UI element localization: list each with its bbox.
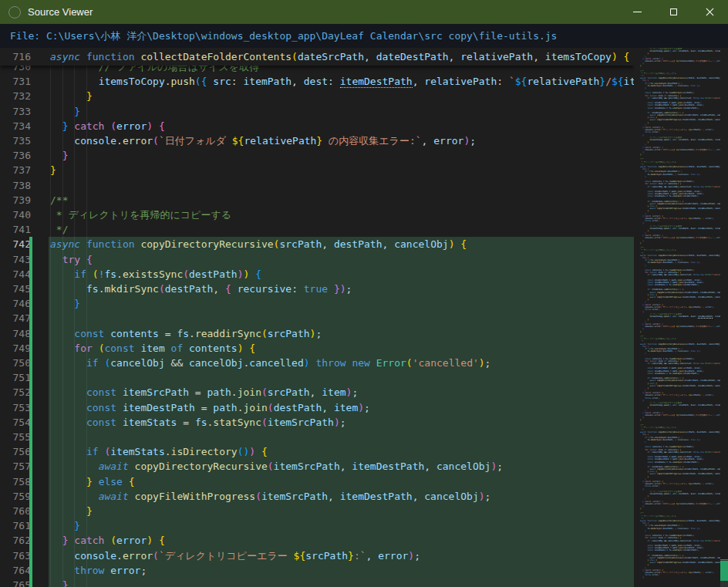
line-number[interactable]: 739 xyxy=(0,193,31,207)
code-line[interactable]: 748 const contents = fs.readdirSync(srcP… xyxy=(0,326,634,341)
line-number[interactable]: 759 xyxy=(0,489,31,504)
code-line[interactable]: 765 } xyxy=(0,578,634,587)
vertical-scrollbar[interactable] xyxy=(720,48,728,587)
line-number[interactable]: 732 xyxy=(0,89,31,103)
line-number[interactable]: 734 xyxy=(0,119,31,133)
file-path-text: File: C:\Users\小林 洋介\Desktop\windows_des… xyxy=(10,29,557,43)
code-line[interactable]: 759 await copyFileWithProgress(itemSrcPa… xyxy=(0,489,634,504)
code-line[interactable]: 745 fs.mkdirSync(destPath, { recursive: … xyxy=(0,282,634,296)
maximize-button[interactable] xyxy=(656,0,692,24)
file-path-bar: File: C:\Users\小林 洋介\Desktop\windows_des… xyxy=(0,24,728,48)
line-number[interactable]: 754 xyxy=(0,415,31,430)
line-number[interactable]: 733 xyxy=(0,104,31,119)
line-number[interactable]: 760 xyxy=(0,504,31,518)
line-number[interactable]: 747 xyxy=(0,311,31,326)
code-text: } xyxy=(50,504,93,518)
code-line[interactable]: 762 } catch (error) { xyxy=(0,533,634,548)
line-number[interactable]: 740 xyxy=(0,207,31,222)
line-number[interactable]: 762 xyxy=(0,533,31,548)
line-number[interactable]: 741 xyxy=(0,222,31,237)
code-text: async function copyDirectoryRecursive(sr… xyxy=(50,237,467,251)
line-number[interactable]: 761 xyxy=(0,518,31,533)
code-line[interactable]: 740 * ディレクトリを再帰的にコピーする xyxy=(0,207,634,222)
code-line[interactable]: 734 } catch (error) { xyxy=(0,119,634,133)
line-number[interactable]: 757 xyxy=(0,459,31,474)
code-line[interactable]: 756 if (itemStats.isDirectory()) { xyxy=(0,444,634,459)
code-line[interactable]: 735 console.error(`日付フォルダ ${relativePath… xyxy=(0,133,634,148)
minimize-icon xyxy=(633,12,642,12)
code-text: } else { xyxy=(50,474,135,489)
line-number[interactable]: 764 xyxy=(0,563,31,578)
window-title: Source Viewer xyxy=(28,6,93,18)
code-text: } xyxy=(50,518,80,533)
code-line[interactable]: 732 } xyxy=(0,89,634,103)
code-text: } xyxy=(50,578,68,587)
line-number[interactable]: 749 xyxy=(0,341,31,356)
code-line[interactable]: 739/** xyxy=(0,193,634,207)
code-line[interactable]: 746 } xyxy=(0,296,634,311)
line-number[interactable]: 744 xyxy=(0,267,31,282)
code-line[interactable]: 749 for (const item of contents) { xyxy=(0,341,634,356)
code-line[interactable]: 760 } xyxy=(0,504,634,518)
code-line[interactable]: 755 xyxy=(0,430,634,444)
code-line[interactable]: 763 console.error(`ディレクトリコピーエラー ${srcPat… xyxy=(0,548,634,563)
line-number[interactable]: 753 xyxy=(0,400,31,415)
code-line[interactable]: 744 if (!fs.existsSync(destPath)) { xyxy=(0,267,634,282)
line-number[interactable]: 746 xyxy=(0,296,31,311)
code-line[interactable]: 752 const itemSrcPath = path.join(srcPat… xyxy=(0,385,634,400)
minimap[interactable]: // ファイルの場合はサイズを取得 itemsToCopy.push({ src… xyxy=(634,48,720,587)
code-text: fs.mkdirSync(destPath, { recursive: true… xyxy=(50,282,352,296)
code-text: const itemStats = fs.statSync(itemSrcPat… xyxy=(50,415,346,430)
code-line[interactable]: 733 } xyxy=(0,104,634,119)
line-number[interactable]: 737 xyxy=(0,163,31,177)
code-line[interactable]: 764 throw error; xyxy=(0,563,634,578)
minimize-button[interactable] xyxy=(619,0,656,24)
line-number[interactable]: 748 xyxy=(0,326,31,341)
code-line[interactable]: 741 */ xyxy=(0,222,634,237)
line-number[interactable]: 758 xyxy=(0,474,31,489)
code-text: if (itemStats.isDirectory()) { xyxy=(50,444,268,459)
code-line[interactable]: 742async function copyDirectoryRecursive… xyxy=(0,237,634,251)
line-number[interactable]: 736 xyxy=(0,148,31,163)
line-number[interactable]: 742 xyxy=(0,237,31,251)
code-line[interactable]: 753 const itemDestPath = path.join(destP… xyxy=(0,400,634,415)
line-number[interactable]: 750 xyxy=(0,356,31,370)
code-text: const itemDestPath = path.join(destPath,… xyxy=(50,400,370,415)
code-editor[interactable]: 730 // ファイルの場合はサイズを取得731 itemsToCopy.pus… xyxy=(0,48,728,587)
code-region[interactable]: 730 // ファイルの場合はサイズを取得731 itemsToCopy.pus… xyxy=(0,48,634,587)
line-number[interactable]: 738 xyxy=(0,178,31,193)
code-text: console.error(`日付フォルダ ${relativePath} の内… xyxy=(50,133,476,148)
line-number[interactable]: 763 xyxy=(0,548,31,563)
code-line[interactable]: 750 if (cancelObj && cancelObj.cancelled… xyxy=(0,356,634,370)
code-text: if (!fs.existsSync(destPath)) { xyxy=(50,267,261,282)
code-line[interactable]: 761 } xyxy=(0,518,634,533)
code-line[interactable]: 747 xyxy=(0,311,634,326)
code-line[interactable]: 758 } else { xyxy=(0,474,634,489)
sticky-line-number[interactable]: 716 xyxy=(0,48,31,66)
code-text: try { xyxy=(50,252,93,267)
line-number[interactable]: 756 xyxy=(0,444,31,459)
gutter-highlight-bar xyxy=(29,237,32,587)
line-number[interactable]: 745 xyxy=(0,282,31,296)
line-number[interactable]: 731 xyxy=(0,74,31,89)
line-number[interactable]: 755 xyxy=(0,430,31,444)
line-number[interactable]: 743 xyxy=(0,252,31,267)
close-button[interactable] xyxy=(692,0,728,24)
line-number[interactable]: 751 xyxy=(0,370,31,385)
code-text: await copyFileWithProgress(itemSrcPath, … xyxy=(50,489,490,504)
code-line[interactable]: 757 await copyDirectoryRecursive(itemSrc… xyxy=(0,459,634,474)
line-number[interactable]: 752 xyxy=(0,385,31,400)
close-icon xyxy=(706,8,714,16)
code-line[interactable]: 731 itemsToCopy.push({ src: itemPath, de… xyxy=(0,74,634,89)
code-line[interactable]: 736 } xyxy=(0,148,634,163)
code-line[interactable]: 743 try { xyxy=(0,252,634,267)
sticky-scroll-header[interactable]: 716async function collectDateFolderConte… xyxy=(0,48,634,66)
line-number[interactable]: 735 xyxy=(0,133,31,148)
line-number[interactable]: 765 xyxy=(0,578,31,587)
code-line[interactable]: 737} xyxy=(0,163,634,177)
code-text: } catch (error) { xyxy=(50,533,165,548)
code-line[interactable]: 754 const itemStats = fs.statSync(itemSr… xyxy=(0,415,634,430)
code-line[interactable]: 738 xyxy=(0,178,634,193)
overview-ruler-marker-green xyxy=(720,561,728,581)
code-line[interactable]: 751 xyxy=(0,370,634,385)
